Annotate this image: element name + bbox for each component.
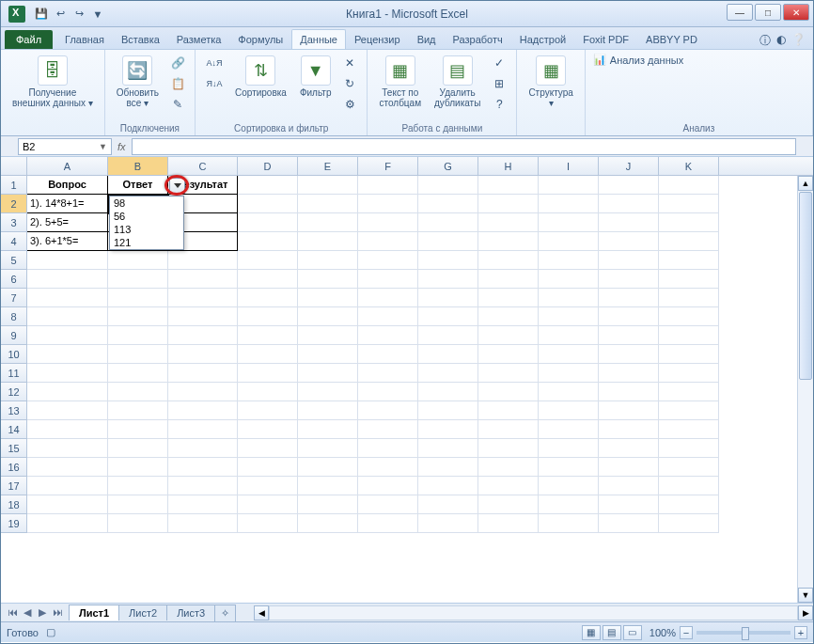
sheet-nav-next-icon[interactable]: ▶ [35,606,50,619]
sheet-tab-1[interactable]: Лист1 [69,605,119,620]
sheet-tab-3[interactable]: Лист3 [166,605,215,620]
row-header[interactable]: 7 [1,289,27,307]
cell-D11[interactable] [238,364,298,383]
cell-I10[interactable] [539,345,599,364]
cell-H11[interactable] [478,364,539,383]
cell-G8[interactable] [418,307,478,326]
cell-J16[interactable] [599,458,659,477]
qat-redo-icon[interactable]: ↪ [70,6,87,23]
cell-E13[interactable] [298,401,358,420]
cell-G13[interactable] [418,401,478,420]
cell-K13[interactable] [659,401,719,420]
cell-A4[interactable]: 3). 6+1*5= [27,232,108,251]
cell-K6[interactable] [659,270,719,289]
qat-undo-icon[interactable]: ↩ [52,6,69,23]
cell-dropdown-button[interactable] [169,178,185,194]
advanced-filter-icon[interactable]: ⚙ [340,95,359,114]
view-layout-icon[interactable]: ▤ [603,625,621,640]
tab-file[interactable]: Файл [5,30,53,49]
scroll-thumb[interactable] [799,192,812,380]
consolidate-icon[interactable]: ⊞ [490,74,509,93]
cell-K8[interactable] [659,307,719,326]
dropdown-option[interactable]: 56 [110,210,183,223]
row-header[interactable]: 15 [1,439,27,458]
cell-D10[interactable] [238,345,298,364]
cell-B14[interactable] [108,420,168,439]
cell-G19[interactable] [418,514,478,533]
cell-K12[interactable] [659,383,719,401]
cell-B6[interactable] [108,270,168,289]
cell-K2[interactable] [659,195,719,213]
tab-home[interactable]: Главная [56,29,113,49]
cell-F13[interactable] [358,401,418,420]
cell-K10[interactable] [659,345,719,364]
cell-I9[interactable] [539,326,599,345]
cell-C9[interactable] [168,326,238,345]
cell-G10[interactable] [418,345,478,364]
row-header[interactable]: 19 [1,514,27,533]
dropdown-option[interactable]: 98 [110,196,183,210]
cell-D1[interactable] [238,176,298,195]
sort-desc-button[interactable]: Я↓А [203,74,226,93]
cell-E16[interactable] [298,458,358,477]
row-header[interactable]: 14 [1,420,27,439]
cell-C8[interactable] [168,307,238,326]
zoom-slider[interactable] [697,631,791,635]
cell-H19[interactable] [478,514,539,533]
cell-K16[interactable] [659,458,719,477]
cell-H12[interactable] [478,383,539,401]
cell-E19[interactable] [298,514,358,533]
col-header-b[interactable]: B [108,157,168,175]
hscroll-track[interactable] [269,605,798,620]
cell-K4[interactable] [659,232,719,251]
cell-A12[interactable] [27,383,108,401]
cell-A5[interactable] [27,251,108,270]
cell-I4[interactable] [539,232,599,251]
reapply-icon[interactable]: ↻ [340,74,359,93]
row-header[interactable]: 11 [1,364,27,383]
cell-D3[interactable] [238,213,298,232]
cell-F14[interactable] [358,420,418,439]
cell-D16[interactable] [238,458,298,477]
cell-A8[interactable] [27,307,108,326]
sheet-nav-first-icon[interactable]: ⏮ [5,606,20,619]
cell-A9[interactable] [27,326,108,345]
cell-K7[interactable] [659,289,719,307]
cell-I8[interactable] [539,307,599,326]
col-header-i[interactable]: I [539,157,599,175]
cell-I19[interactable] [539,514,599,533]
cell-J11[interactable] [599,364,659,383]
tab-foxit[interactable]: Foxit PDF [574,29,637,49]
cell-H13[interactable] [478,401,539,420]
sort-asc-button[interactable]: А↓Я [203,54,226,72]
cell-J13[interactable] [599,401,659,420]
cell-E3[interactable] [298,213,358,232]
cell-G6[interactable] [418,270,478,289]
cell-K17[interactable] [659,477,719,495]
cell-C19[interactable] [168,514,238,533]
cell-D4[interactable] [238,232,298,251]
col-header-j[interactable]: J [599,157,659,175]
scroll-up-arrow[interactable]: ▲ [798,176,813,191]
cell-F8[interactable] [358,307,418,326]
cell-K18[interactable] [659,495,719,514]
cell-H17[interactable] [478,477,539,495]
cell-A19[interactable] [27,514,108,533]
cell-G11[interactable] [418,364,478,383]
cell-F4[interactable] [358,232,418,251]
qat-customize-icon[interactable]: ▼ [89,6,106,23]
cell-J19[interactable] [599,514,659,533]
cell-F1[interactable] [358,176,418,195]
cell-B5[interactable] [108,251,168,270]
cell-D12[interactable] [238,383,298,401]
cell-E17[interactable] [298,477,358,495]
qat-save-icon[interactable]: 💾 [33,6,50,23]
data-validation-icon[interactable]: ✓ [490,54,509,72]
cell-J4[interactable] [599,232,659,251]
cell-J6[interactable] [599,270,659,289]
row-header[interactable]: 18 [1,495,27,514]
tab-addins[interactable]: Надстрой [511,29,574,49]
cell-E4[interactable] [298,232,358,251]
cell-D9[interactable] [238,326,298,345]
col-header-c[interactable]: C [168,157,238,175]
